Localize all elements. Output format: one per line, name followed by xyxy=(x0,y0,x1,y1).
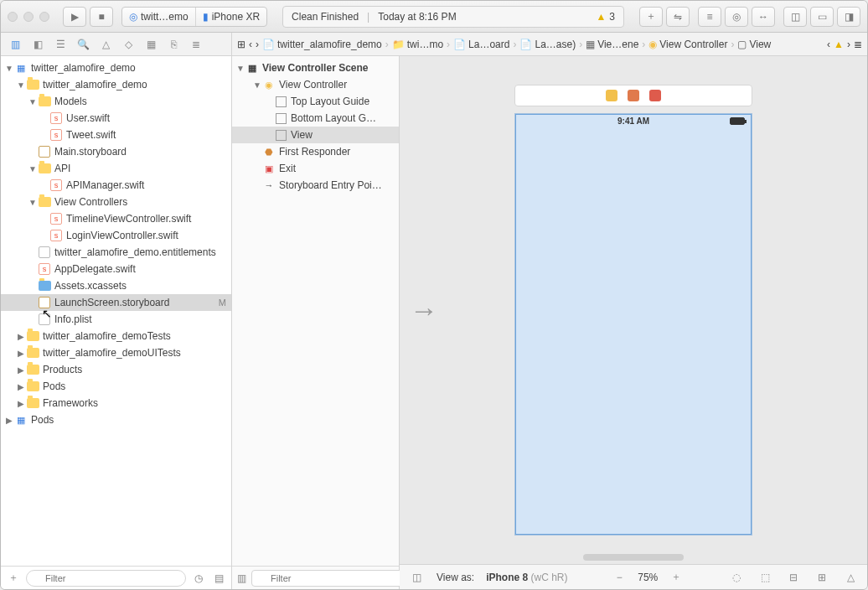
tree-row-file[interactable]: sTimelineViewController.swift xyxy=(1,210,231,227)
standard-editor-button[interactable]: ≡ xyxy=(698,7,721,27)
related-items-button[interactable]: ⊞ xyxy=(237,39,245,50)
minimize-window-icon[interactable] xyxy=(23,12,34,22)
vc-icon[interactable] xyxy=(606,90,617,101)
add-button[interactable]: ＋ xyxy=(6,571,21,586)
outline-entry-point[interactable]: →Storyboard Entry Poi… xyxy=(232,177,399,194)
device-preview[interactable]: 9:41 AM xyxy=(514,113,752,536)
first-responder-icon[interactable] xyxy=(628,90,639,101)
project-navigator-tab[interactable]: ▥ xyxy=(8,37,23,52)
test-navigator-tab[interactable]: ◇ xyxy=(121,37,136,52)
tree-row-file[interactable]: sUser.swift xyxy=(1,110,231,127)
canvas-viewport[interactable]: → 9:41 AM xyxy=(400,56,867,564)
outline-item-selected[interactable]: View xyxy=(232,127,399,143)
recent-filter-icon[interactable]: ◷ xyxy=(191,571,206,586)
report-navigator-tab[interactable]: ≣ xyxy=(189,37,204,52)
zoom-window-icon[interactable] xyxy=(39,12,49,22)
tree-row-file[interactable]: sTweet.swift xyxy=(1,127,231,143)
zoom-out-button[interactable]: − xyxy=(611,569,628,586)
toggle-outline-icon[interactable]: ◫ xyxy=(408,569,425,586)
jump-back-icon[interactable]: ‹ xyxy=(827,39,830,50)
debug-navigator-tab[interactable]: ▦ xyxy=(143,37,158,52)
breadcrumb[interactable]: 📄 La…oard xyxy=(453,39,509,50)
library-button[interactable]: ＋ xyxy=(639,7,663,27)
tree-row-group[interactable]: ▶twitter_alamofire_demoUITests xyxy=(1,344,231,361)
breadcrumb[interactable]: ▦ Vie…ene xyxy=(586,39,638,50)
align-icon[interactable]: ⊟ xyxy=(785,569,802,586)
pin-icon[interactable]: ⊞ xyxy=(814,569,830,586)
code-review-button[interactable]: ⇋ xyxy=(666,7,690,27)
breadcrumb[interactable]: ◉ View Controller xyxy=(648,39,727,50)
scm-badge: M xyxy=(219,298,226,308)
tree-row-file[interactable]: Main.storyboard xyxy=(1,143,231,160)
outline-scene[interactable]: ▼▦View Controller Scene xyxy=(232,60,399,76)
tree-row-file[interactable]: Info.plist xyxy=(1,311,231,328)
scm-filter-icon[interactable]: ▤ xyxy=(211,571,226,586)
zoom-in-button[interactable]: ＋ xyxy=(668,569,685,586)
tree-row-group[interactable]: ▼Models xyxy=(1,93,231,110)
symbol-navigator-tab[interactable]: ☰ xyxy=(53,37,68,52)
close-window-icon[interactable] xyxy=(8,12,18,22)
outline-exit[interactable]: ▣Exit xyxy=(232,160,399,177)
outline-first-responder[interactable]: ⬣First Responder xyxy=(232,143,399,160)
tree-row-file[interactable]: sAPIManager.swift xyxy=(1,177,231,194)
update-frames-icon[interactable]: ◌ xyxy=(728,569,745,586)
back-button[interactable]: ‹ xyxy=(249,39,252,50)
version-editor-button[interactable]: ↔ xyxy=(752,7,775,27)
run-button[interactable]: ▶ xyxy=(63,7,86,27)
jump-forward-icon[interactable]: › xyxy=(847,39,850,50)
status-message: Clean Finished xyxy=(292,11,359,23)
navigator-filter-input[interactable] xyxy=(26,570,186,587)
outline-filter-bar: ▥ xyxy=(232,566,399,589)
tree-row-file[interactable]: twitter_alamofire_demo.entitlements xyxy=(1,244,231,261)
breadcrumb[interactable]: 📁 twi…mo xyxy=(392,39,443,50)
tree-row-file[interactable]: sLoginViewController.swift xyxy=(1,227,231,244)
tree-row-project[interactable]: ▼▦twitter_alamofire_demo xyxy=(1,60,231,76)
issue-navigator-tab[interactable]: △ xyxy=(98,37,113,52)
statusbar-time: 9:41 AM xyxy=(515,116,752,126)
tree-row-group[interactable]: ▶Products xyxy=(1,361,231,378)
exit-icon[interactable] xyxy=(649,90,661,101)
document-outline: ▼▦View Controller Scene ▼◉View Controlle… xyxy=(232,56,400,589)
tree-row-group[interactable]: ▶Frameworks xyxy=(1,395,231,411)
outline-item[interactable]: Top Layout Guide xyxy=(232,93,399,110)
tree-row-file[interactable]: Assets.xcassets xyxy=(1,277,231,294)
canvas-scrollbar[interactable] xyxy=(583,554,684,561)
forward-button[interactable]: › xyxy=(256,39,259,50)
tree-row-file-selected[interactable]: LaunchScreen.storyboardM xyxy=(1,294,231,311)
warning-icon[interactable]: ▲ xyxy=(834,39,844,50)
breakpoint-navigator-tab[interactable]: ⎘ xyxy=(166,37,181,52)
view-as-device[interactable]: iPhone 8 (wC hR) xyxy=(486,572,567,583)
outline-toggle-icon[interactable]: ▥ xyxy=(237,571,246,586)
source-control-navigator-tab[interactable]: ◧ xyxy=(30,37,45,52)
outline-filter-input[interactable] xyxy=(251,570,404,587)
outline-viewcontroller[interactable]: ▼◉View Controller xyxy=(232,76,399,93)
tree-row-group[interactable]: ▶Pods xyxy=(1,378,231,395)
scene-dock[interactable] xyxy=(514,85,752,106)
canvas-bottom-bar: ◫ View as: iPhone 8 (wC hR) − 75% ＋ ◌ ⬚ … xyxy=(400,564,867,589)
find-navigator-tab[interactable]: 🔍 xyxy=(75,37,90,52)
outline-item[interactable]: Bottom Layout G… xyxy=(232,110,399,127)
tree-row-group[interactable]: ▼twitter_alamofire_demo xyxy=(1,76,231,93)
tree-row-project[interactable]: ▶▦Pods xyxy=(1,411,231,428)
breadcrumb[interactable]: 📄 La…ase) xyxy=(519,39,576,50)
toggle-debug-button[interactable]: ▭ xyxy=(810,7,834,27)
tree-row-file[interactable]: sAppDelegate.swift xyxy=(1,261,231,277)
stop-button[interactable]: ■ xyxy=(90,7,113,27)
activity-status: Clean Finished | Today at 8:16 PM ▲3 xyxy=(282,6,624,28)
tree-row-group[interactable]: ▶twitter_alamofire_demoTests xyxy=(1,328,231,344)
tree-row-group[interactable]: ▼API xyxy=(1,160,231,177)
issues-indicator[interactable]: ▲3 xyxy=(596,11,615,23)
tree-row-group[interactable]: ▼View Controllers xyxy=(1,194,231,210)
scheme-selector[interactable]: ◎twitt…emo ▮iPhone XR xyxy=(121,7,267,27)
zoom-level[interactable]: 75% xyxy=(638,572,658,583)
breadcrumb[interactable]: 📄 twitter_alamofire_demo xyxy=(262,39,382,50)
breadcrumb[interactable]: ▢ View xyxy=(737,39,771,50)
file-tree[interactable]: ▼▦twitter_alamofire_demo ▼twitter_alamof… xyxy=(1,56,231,566)
toggle-inspector-button[interactable]: ◨ xyxy=(837,7,860,27)
adjust-editor-icon[interactable]: ≣ xyxy=(854,39,862,50)
outline-tree[interactable]: ▼▦View Controller Scene ▼◉View Controlle… xyxy=(232,56,399,566)
resolve-icon[interactable]: △ xyxy=(842,569,859,586)
embed-icon[interactable]: ⬚ xyxy=(757,569,773,586)
assistant-editor-button[interactable]: ◎ xyxy=(725,7,748,27)
toggle-navigator-button[interactable]: ◫ xyxy=(783,7,807,27)
